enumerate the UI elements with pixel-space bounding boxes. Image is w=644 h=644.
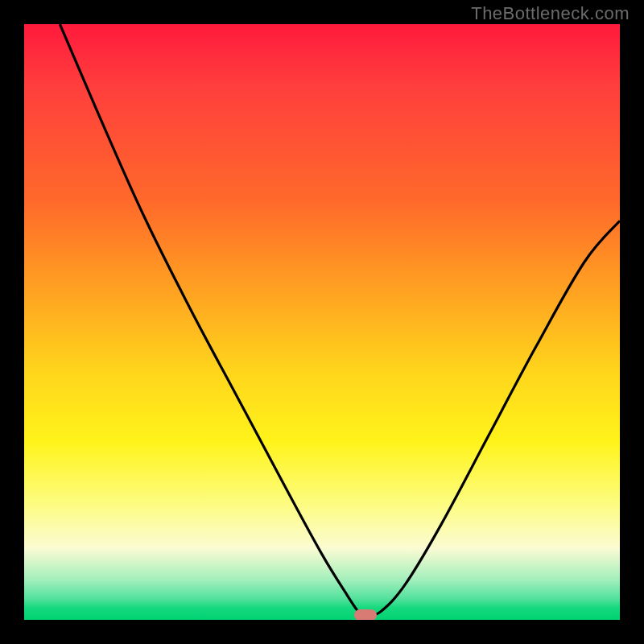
chart-frame: TheBottleneck.com [0,0,644,644]
optimal-marker-pill [354,609,377,620]
watermark-label: TheBottleneck.com [471,3,630,24]
optimal-marker [354,609,377,620]
bottleneck-curve-path [60,24,620,616]
plot-area [24,24,620,620]
bottleneck-curve [24,24,620,620]
